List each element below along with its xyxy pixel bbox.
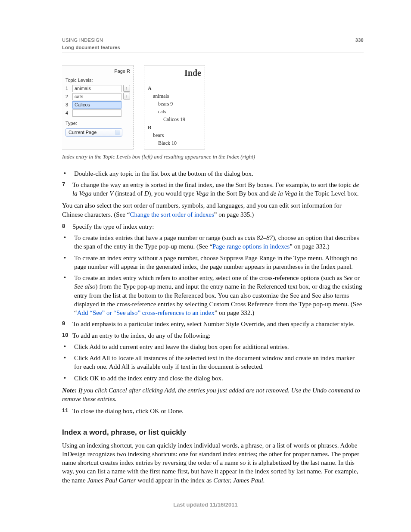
page-number: 330 xyxy=(355,37,364,44)
index-section-a: A xyxy=(148,85,201,92)
level-move-buttons: ↑ ↓ xyxy=(123,85,130,118)
index-entry: animals xyxy=(153,93,201,100)
step-item: 11 To close the dialog box, click OK or … xyxy=(62,407,364,415)
text-run-italic: D xyxy=(144,190,149,197)
type-select[interactable]: Current Page ▲▼ xyxy=(65,128,122,137)
step-text: To close the dialog box, click OK or Don… xyxy=(72,407,364,415)
topic-level-row: 3 Calicos xyxy=(65,101,121,109)
bullet-icon: • xyxy=(62,254,74,271)
index-entry: cats xyxy=(158,108,201,115)
bullet-icon: • xyxy=(62,274,74,317)
step-number: 9 xyxy=(62,320,72,328)
index-entry: bears xyxy=(153,132,201,139)
list-text: To create an index entry which refers to… xyxy=(74,274,364,317)
bullet-icon: • xyxy=(62,342,74,351)
text-run-italic: James Paul Carter xyxy=(87,477,136,484)
text-run: would appear in the index as xyxy=(136,477,214,484)
text-run: ), you would type xyxy=(149,190,196,197)
header-title: USING INDESIGN xyxy=(62,37,120,44)
text-run-italic: de la Vega xyxy=(270,190,297,197)
text-run-italic: Carter, James Paul xyxy=(213,477,263,484)
move-up-button[interactable]: ↑ xyxy=(123,85,130,92)
paragraph: You can also select the sort order of nu… xyxy=(62,201,364,219)
type-select-value: Current Page xyxy=(68,130,97,135)
paragraph: Using an indexing shortcut, you can quic… xyxy=(62,441,364,485)
step-number: 7 xyxy=(62,180,72,198)
panel-crop-edge xyxy=(133,65,134,149)
header-rule xyxy=(62,53,364,53)
list-item: • To create an index entry which refers … xyxy=(62,274,364,317)
step-item: 10 To add an entry to the index, do any … xyxy=(62,331,364,340)
list-item: • Double-click any topic in the list box… xyxy=(62,169,364,178)
list-item: • Click Add All to locate all instances … xyxy=(62,354,364,371)
type-label: Type: xyxy=(65,120,130,127)
figure-caption: Index entry in the Topic Levels box (lef… xyxy=(62,153,364,161)
section-heading: Index a word, phrase, or list quickly xyxy=(62,428,364,438)
list-text: Click OK to add the index entry and clos… xyxy=(74,374,364,383)
level-4-input[interactable] xyxy=(72,109,121,117)
step-text: To add an entry to the index, do any of … xyxy=(72,331,364,340)
list-text: Click Add All to locate all instances of… xyxy=(74,354,364,371)
link-change-sort-order[interactable]: Change the sort order of indexes xyxy=(130,211,214,218)
topic-levels-panel: Page R Topic Levels: 1 animals 2 cats 3 … xyxy=(62,65,134,150)
level-number: 2 xyxy=(65,93,70,100)
list-item: • Click OK to add the index entry and cl… xyxy=(62,374,364,383)
link-add-see-crossref[interactable]: Add “See” or “See also” cross-references… xyxy=(77,309,215,316)
text-run-italic: See xyxy=(344,274,353,281)
text-run: To change the way an entry is sorted in … xyxy=(72,181,353,188)
header-left: USING INDESIGN Long document features xyxy=(62,37,120,51)
list-text: Click Add to add current entry and leave… xyxy=(74,342,364,351)
list-text: Double-click any topic in the list box a… xyxy=(74,169,364,178)
level-number: 1 xyxy=(65,85,70,92)
note-prefix: Note: xyxy=(62,387,77,394)
page-reference-label: Page R xyxy=(65,68,130,75)
step-item: 9 To add emphasis to a particular index … xyxy=(62,320,364,328)
index-result-title: Inde xyxy=(148,67,201,79)
link-page-range-options[interactable]: Page range options in indexes xyxy=(212,243,290,250)
index-result-pane: Inde A animals bears 9 cats Calicos 19 B… xyxy=(144,65,205,150)
footer-updated: Last updated 11/16/2011 xyxy=(0,501,411,509)
topic-levels-label: Topic Levels: xyxy=(65,77,130,84)
text-run: in the Topic Level box. xyxy=(297,190,359,197)
figure: Page R Topic Levels: 1 animals 2 cats 3 … xyxy=(62,65,364,150)
level-number: 3 xyxy=(65,102,70,108)
text-run: under xyxy=(92,190,110,197)
step-number: 8 xyxy=(62,222,72,231)
step-item: 7 To change the way an entry is sorted i… xyxy=(62,180,364,198)
running-header: USING INDESIGN Long document features 33… xyxy=(62,37,364,51)
note: Note: If you click Cancel after clicking… xyxy=(62,386,364,404)
index-entry: Calicos 19 xyxy=(163,116,201,123)
index-entry: bears 9 xyxy=(158,100,201,107)
text-run: To create index entries that have a page… xyxy=(74,234,245,241)
step-text: Specify the type of index entry: xyxy=(72,222,364,231)
note-body: If you click Cancel after clicking Add, … xyxy=(62,387,360,402)
bullet-icon: • xyxy=(62,169,74,178)
text-run-italic: cats 82–87 xyxy=(245,234,273,241)
page: USING INDESIGN Long document features 33… xyxy=(0,0,411,532)
list-text: To create index entries that have a page… xyxy=(74,233,364,251)
chevron-updown-icon: ▲▼ xyxy=(116,130,119,135)
bullet-icon: • xyxy=(62,233,74,251)
text-run-italic: Vega xyxy=(196,190,209,197)
topic-level-row: 1 animals xyxy=(65,85,121,92)
bullet-icon: • xyxy=(62,354,74,371)
list-text: To create an index entry without a page … xyxy=(74,254,364,271)
topic-level-row: 2 cats xyxy=(65,93,121,100)
index-section-b: B xyxy=(148,124,201,131)
step-item: 8 Specify the type of index entry: xyxy=(62,222,364,231)
level-1-input[interactable]: animals xyxy=(72,85,121,92)
text-run: ” on page 332.) xyxy=(290,243,329,250)
move-down-button[interactable]: ↓ xyxy=(123,93,130,100)
topic-level-row: 4 xyxy=(65,109,121,117)
bullet-icon: • xyxy=(62,374,74,383)
text-run: ” on page 335.) xyxy=(214,211,254,218)
text-run: ” on page 332.) xyxy=(215,309,254,316)
text-run: To create an index entry which refers to… xyxy=(74,274,344,281)
level-3-input[interactable]: Calicos xyxy=(72,101,121,109)
level-2-input[interactable]: cats xyxy=(72,93,121,100)
text-run: (instead of xyxy=(113,190,144,197)
text-run-italic: See also xyxy=(74,283,96,290)
level-number: 4 xyxy=(65,110,70,116)
step-number: 11 xyxy=(62,407,72,415)
text-run: in the Sort By box and xyxy=(209,190,270,197)
